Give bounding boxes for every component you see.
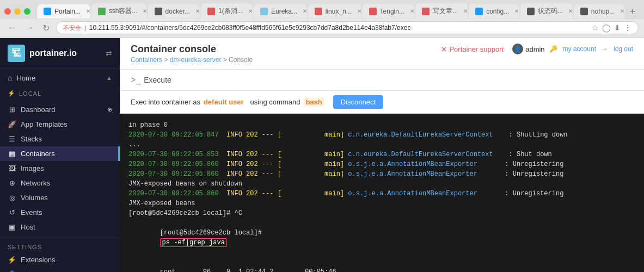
tab-msg[interactable]: 1(条消... ✕ [201,3,253,19]
home-label: Home [16,74,35,82]
terminal-line-7: JMX-exposed beans on shutdown [128,179,635,189]
page-title: Container console [131,44,253,55]
sidebar-logo: 🏗 portainer.io ⇄ [0,38,120,69]
tab-icon-config [475,8,483,15]
tab-close-nginx[interactable]: ✕ [410,8,414,14]
local-dot-icon: ⚡ [8,90,16,97]
my-account-link[interactable]: my account [563,45,596,53]
minimize-traffic-light[interactable] [14,8,21,15]
tab-write[interactable]: 写文章... ✕ [415,3,468,19]
terminal-line-4: 2020-07-30 09:22:05.853 INFO 202 --- [ m… [128,150,635,159]
terminal-line-12: root 96 0 1 03:44 ? 00:05:46 java -Dfile… [128,257,635,272]
terminal-line-8: 2020-07-30 09:22:05.860 INFO 202 --- [ m… [128,189,635,199]
tab-ssh[interactable]: ssh容器... ✕ [91,3,147,19]
new-tab-button[interactable]: + [626,4,640,18]
tab-nginx[interactable]: Tengin... ✕ [363,4,415,18]
tab-close-nohup[interactable]: ✕ [620,8,624,14]
volumes-label: Volumes [21,194,48,202]
tab-nohup[interactable]: nohup... ✕ [574,4,625,18]
tab-close-config[interactable]: ✕ [514,8,519,14]
header-left: Container console Containers > dm-eureka… [131,44,253,64]
tab-close-msg[interactable]: ✕ [248,8,253,14]
tab-portainer[interactable]: Portain... ✕ [37,4,90,18]
networks-icon: ⊕ [8,179,16,187]
reload-button[interactable]: ↻ [40,22,52,34]
disconnect-button[interactable]: Disconnect [333,95,383,109]
networks-label: Networks [21,179,50,187]
back-button[interactable]: ← [5,22,19,34]
tab-close-status[interactable]: ✕ [568,8,573,14]
tab-close-ssh[interactable]: ✕ [143,8,146,14]
address-warning-label: | [84,24,86,31]
content-header: Container console Containers > dm-eureka… [120,38,644,70]
sidebar-item-dashboard[interactable]: ⊞ Dashboard ⊕ [0,102,120,117]
tab-close-eureka[interactable]: ✕ [303,8,307,14]
dashboard-badge-icon: ⊕ [107,106,112,113]
sidebar-item-home[interactable]: ⌂ Home ▲ [0,69,120,86]
tab-icon-docker [155,8,162,15]
forward-button[interactable]: → [23,22,36,34]
host-label: Host [21,223,35,231]
sidebar-divider [0,238,120,238]
admin-user-label: 👤 admin [512,44,544,54]
profile-icon[interactable]: ◯ [602,23,611,32]
log-out-link[interactable]: log out [614,45,633,53]
stacks-label: Stacks [21,135,42,143]
security-warning: 不安全 [63,24,81,32]
sidebar-item-users[interactable]: 👤 Users [0,267,120,272]
logout-icon: → [602,45,608,53]
sidebar-item-app-templates[interactable]: 🚀 App Templates [0,117,120,132]
tab-status[interactable]: 状态码... ✕ [520,3,573,19]
sidebar: 🏗 portainer.io ⇄ ⌂ Home ▲ ⚡ LOCAL ⊞ Dash… [0,38,120,272]
settings-label: SETTINGS [0,242,120,252]
sidebar-item-host[interactable]: ▣ Host [0,220,120,234]
tab-close-docker[interactable]: ✕ [195,8,200,14]
menu-icon[interactable]: ⋮ [624,23,631,32]
close-traffic-light[interactable] [4,8,11,15]
host-icon: ▣ [8,223,16,231]
terminal-line-2: 2020-07-30 09:22:05.847 INFO 202 --- [ m… [128,130,635,140]
tab-linux[interactable]: linux_n... ✕ [308,4,361,18]
tab-icon-nginx [369,8,377,15]
breadcrumb-container-link[interactable]: dm-eureka-server [170,56,222,64]
tab-eureka[interactable]: Eureka... ✕ [254,4,307,18]
address-bar[interactable]: 不安全 | 10.211.55.3:9091/#/containers/5dc4… [56,21,639,34]
images-icon: 🖼 [8,164,16,172]
portainer-support-link[interactable]: ✕ Portainer support [441,45,504,53]
key-icon: 🔑 [549,45,557,53]
tab-docker[interactable]: docker... ✕ [148,4,200,18]
header-right: ✕ Portainer support 👤 admin 🔑 my account… [441,44,633,54]
events-label: Events [21,208,42,217]
app-templates-label: App Templates [21,120,68,128]
execute-button[interactable]: >_ Execute [131,75,633,85]
tab-close-linux[interactable]: ✕ [357,8,361,14]
logo-text: portainer.io [29,48,77,58]
tab-config[interactable]: config... ✕ [469,4,519,18]
extension-icon[interactable]: ⬇ [614,23,621,32]
home-icon: ⌂ [8,73,12,82]
sidebar-toggle-icon[interactable]: ⇄ [106,49,112,58]
sidebar-item-extensions[interactable]: ⚡ Extensions [0,252,120,267]
bookmark-icon[interactable]: ☆ [592,23,599,32]
sidebar-item-stacks[interactable]: ☰ Stacks [0,132,120,146]
maximize-traffic-light[interactable] [24,8,30,15]
exec-bash-label: bash [303,97,324,107]
tab-label-portainer: Portain... [54,8,81,15]
exec-prefix: Exec into container as [131,98,200,106]
sidebar-item-volumes[interactable]: ◎ Volumes [0,190,120,205]
tab-close-portainer[interactable]: ✕ [86,8,90,14]
sidebar-item-networks[interactable]: ⊕ Networks [0,176,120,190]
breadcrumb-containers-link[interactable]: Containers [131,56,162,64]
tab-close-write[interactable]: ✕ [463,8,468,14]
tab-icon-portainer [44,8,51,15]
tab-icon-msg [207,8,215,15]
sidebar-item-events[interactable]: ↺ Events [0,205,120,220]
sidebar-item-containers[interactable]: ▦ Containers [0,146,120,161]
admin-name: admin [525,45,544,53]
breadcrumb-page: Console [229,56,253,64]
address-bar-row: ← → ↻ 不安全 | 10.211.55.3:9091/#/container… [0,19,644,38]
traffic-lights [4,8,30,15]
tab-label-config: config... [486,8,509,15]
breadcrumb-separator2: > [223,56,229,64]
sidebar-item-images[interactable]: 🖼 Images [0,161,120,176]
